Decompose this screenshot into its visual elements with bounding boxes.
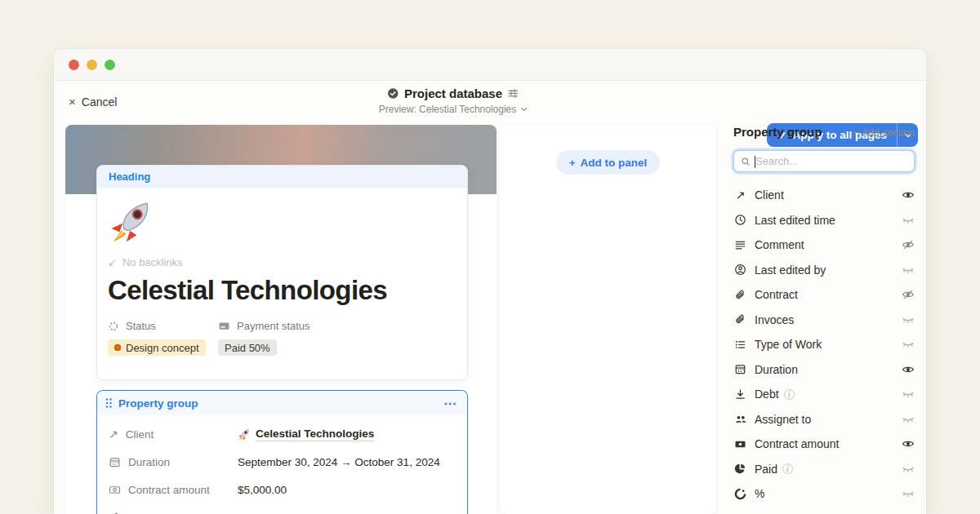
clock-icon (733, 214, 747, 226)
eye-closed-icon[interactable] (902, 413, 915, 426)
sidebar-item-invoces[interactable]: Invoces (733, 308, 915, 333)
traffic-light-close[interactable] (69, 60, 79, 70)
banknote-icon (109, 484, 121, 496)
eye-open-icon[interactable] (902, 363, 915, 376)
pie-chart-icon (733, 463, 747, 475)
arrow-down-left-icon: ↙ (108, 256, 117, 268)
eye-closed-icon[interactable] (902, 214, 915, 227)
eye-open-icon[interactable] (902, 437, 915, 450)
bulleted-list-icon (733, 339, 747, 351)
info-icon[interactable]: i (784, 389, 795, 400)
rocket-icon (238, 428, 251, 441)
paperclip-icon (733, 313, 747, 326)
sidebar-item-last-edited-by[interactable]: Last edited by (733, 258, 915, 283)
heading-section-card[interactable]: Heading ↙ No backlinks Celestial Technol… (96, 165, 468, 380)
modal-window: × Cancel Project database Preview: Celes… (54, 49, 926, 514)
no-backlinks-label: No backlinks (122, 256, 183, 268)
add-to-panel-button[interactable]: + Add to panel (556, 150, 661, 175)
search-input[interactable] (755, 155, 894, 167)
sidebar-item-contract[interactable]: Contract (733, 282, 915, 308)
sidebar-item-contract-amount[interactable]: Contract amount (733, 432, 915, 457)
property-group-card[interactable]: Property group ⋯ ↗ Client (96, 390, 468, 514)
more-options-icon[interactable]: ⋯ (443, 396, 457, 411)
sidebar-item-paid[interactable]: Paidi (733, 457, 915, 482)
no-backlinks[interactable]: ↙ No backlinks (108, 256, 456, 268)
text-lines-icon (733, 239, 747, 251)
text-caret (755, 156, 755, 168)
sidebar-item-percent[interactable]: % (733, 481, 915, 507)
banknote-icon (733, 438, 747, 450)
traffic-light-minimize[interactable] (87, 60, 97, 70)
property-row-partial[interactable]: Contract Empty (109, 503, 456, 514)
layout-panel: + Add to panel (500, 125, 716, 514)
add-section-button[interactable]: + Add section (852, 127, 915, 139)
person-circle-icon (733, 264, 747, 276)
eye-open-icon[interactable] (902, 188, 915, 202)
arrow-up-right-icon: ↗ (733, 189, 747, 201)
sidebar-title: Property group (733, 125, 822, 139)
status-badge[interactable]: Design concept (108, 339, 206, 356)
property-sidebar: Property group + Add section ↗ Client (733, 125, 915, 507)
property-row-duration[interactable]: Duration September 30, 2024 → October 31… (109, 448, 456, 476)
paperclip-icon (733, 289, 747, 301)
eye-closed-icon[interactable] (902, 487, 915, 500)
eye-closed-icon[interactable] (902, 388, 915, 401)
cancel-label: Cancel (82, 95, 118, 109)
rocket-icon (108, 197, 155, 244)
plus-icon: + (852, 127, 858, 139)
sidebar-item-assignet-to[interactable]: Assignet to (733, 407, 915, 432)
payment-status-field-label: Payment status (218, 320, 310, 332)
tune-icon[interactable] (507, 87, 519, 100)
sidebar-item-last-edited-time[interactable]: Last edited time (733, 208, 915, 233)
eye-slash-icon[interactable] (902, 238, 915, 251)
sidebar-item-type-of-work[interactable]: Type of Work (733, 332, 915, 357)
eye-slash-icon[interactable] (902, 288, 915, 301)
plus-icon: + (569, 157, 576, 169)
sidebar-item-client[interactable]: ↗ Client (733, 183, 915, 208)
payment-status-badge[interactable]: Paid 50% (218, 339, 277, 356)
cancel-button[interactable]: × Cancel (69, 95, 117, 109)
client-link[interactable]: Celestial Technologies (256, 428, 374, 441)
status-spinner-icon (108, 321, 119, 332)
search-icon (741, 157, 751, 166)
database-title[interactable]: Project database (404, 86, 502, 100)
eye-closed-icon[interactable] (902, 338, 915, 351)
sidebar-item-comment[interactable]: Comment (733, 233, 915, 258)
eye-closed-icon[interactable] (902, 463, 915, 476)
credit-card-icon (218, 320, 230, 332)
property-row-contract-amount[interactable]: Contract amount $5,000.00 (109, 476, 456, 503)
traffic-light-zoom[interactable] (105, 60, 115, 70)
drag-handle-icon[interactable] (105, 397, 113, 409)
titlebar (54, 49, 926, 81)
people-icon (733, 413, 747, 426)
verified-badge-icon (387, 87, 399, 100)
toolbar: × Cancel Project database Preview: Celes… (54, 81, 926, 126)
eye-closed-icon[interactable] (902, 264, 915, 277)
pie-arc-icon (733, 488, 747, 500)
sidebar-item-debt[interactable]: Debti (733, 382, 915, 407)
info-icon[interactable]: i (782, 463, 793, 474)
sidebar-item-duration[interactable]: Duration (733, 357, 915, 383)
eye-closed-icon[interactable] (902, 313, 915, 326)
calendar-icon (109, 456, 121, 468)
property-group-card-title: Property group (118, 397, 198, 410)
toolbar-center: Project database Preview: Celestial Tech… (379, 86, 528, 115)
heading-section-label: Heading (97, 166, 467, 188)
preview-label: Preview: Celestial Technologies (379, 104, 517, 115)
preview-selector[interactable]: Preview: Celestial Technologies (379, 104, 528, 115)
property-row-client[interactable]: ↗ Client Celestial Technologies (109, 420, 456, 448)
download-icon (733, 388, 747, 401)
chevron-down-icon (519, 105, 528, 113)
close-icon: × (69, 95, 76, 109)
status-field-label: Status (108, 320, 218, 332)
arrow-up-right-icon: ↗ (109, 428, 118, 440)
search-box[interactable] (733, 150, 915, 172)
paperclip-icon (109, 512, 121, 514)
status-dot-icon (114, 344, 121, 351)
calendar-icon (733, 363, 747, 375)
page-title: Celestial Technologies (108, 275, 456, 306)
